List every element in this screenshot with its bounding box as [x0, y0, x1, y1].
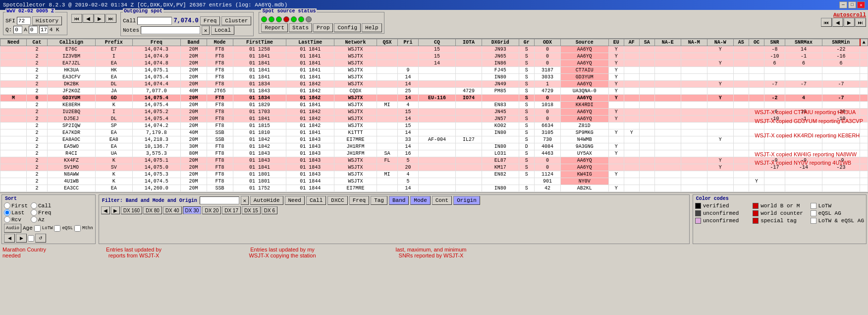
history-btn[interactable]: History	[32, 16, 62, 25]
table-row[interactable]: 2KX4FZK14,075.120MFT801 184301 1843WSJTX…	[0, 157, 868, 164]
cluster-btn[interactable]: Cluster	[221, 16, 251, 25]
table-row[interactable]: 2N8AWWK14,075.320MFT801 180101 1843WSJTX…	[0, 171, 868, 178]
table-row[interactable]: M0GD3YUMGD14,075.420MFT801 183401 1842WS…	[0, 95, 868, 102]
maximize-btn[interactable]: □	[848, 1, 856, 8]
table-row[interactable]: 2SV1MOSV14,075.020MFT801 184101 1843WSJT…	[0, 164, 868, 171]
notes-input[interactable]	[141, 26, 200, 34]
nav-next-btn[interactable]: ▶	[94, 14, 105, 23]
table-row[interactable]: 2SP2IQWSP14,074.220MFT801 181501 1842WSJ…	[0, 123, 868, 129]
dx160-btn[interactable]: DX 160	[121, 206, 142, 214]
sort-freq-radio[interactable]	[31, 209, 37, 216]
table-row[interactable]: 2EA7KDREA7,179.840MSSB01 181001 1841K1TT…	[0, 129, 868, 136]
media-last[interactable]: ⏭	[855, 18, 866, 27]
table-row[interactable]: 2R4CIUA3,575.380MFT801 184301 1843JH1RFM…	[0, 150, 868, 157]
cell-odx: 0	[534, 53, 560, 60]
sort-first-radio[interactable]	[4, 202, 10, 209]
label-lotw: LoTW	[818, 203, 831, 209]
dx40-btn[interactable]: DX 40	[163, 206, 182, 214]
table-row[interactable]: 2EA5WOEA10,136.730MFT801 184201 1843JH1R…	[0, 143, 868, 150]
table-row[interactable]: 2IU2EBQI14,075.220MFT801 170301 1842WSJT…	[0, 109, 868, 116]
config-btn[interactable]: Config	[334, 23, 361, 32]
help-btn[interactable]: Help	[362, 23, 381, 32]
lotw-check[interactable]	[34, 225, 41, 232]
eqsl-check[interactable]	[54, 225, 60, 232]
mode-filter-btn[interactable]: Mode	[410, 196, 430, 205]
cell-naw: Y	[707, 164, 733, 171]
freq-filter-btn[interactable]: Freq	[349, 196, 369, 205]
a-input[interactable]	[29, 26, 38, 34]
dx20-btn[interactable]: DX 20	[202, 206, 221, 214]
cell-af	[624, 102, 639, 109]
minimize-btn[interactable]: ─	[839, 1, 847, 8]
table-row[interactable]: 2IZ3VBMI14,074.920MFT801 184101 1841WSJT…	[0, 53, 868, 60]
filter-title: Filter: Band and Mode and Origin	[101, 198, 198, 203]
media-prev[interactable]: ◀	[832, 18, 843, 27]
filter-clear-btn[interactable]: ✕	[241, 196, 249, 205]
prop-btn[interactable]: Prop	[313, 23, 333, 32]
media-first[interactable]: ⏮	[821, 18, 832, 27]
call-input[interactable]	[137, 17, 172, 25]
dxcc-filter-btn[interactable]: DXCC	[327, 196, 347, 205]
dx80-btn[interactable]: DX 80	[143, 206, 162, 214]
clear-notes-btn[interactable]: ✕	[202, 26, 210, 35]
media-next[interactable]: ▶	[844, 18, 855, 27]
cell-dxgrid: IN86	[482, 60, 519, 67]
table-row[interactable]: 2KE8ERHK14,075.420MFT801 182901 1841WSJT…	[0, 102, 868, 109]
cell-prefix: EA8	[95, 136, 132, 143]
sort-refresh[interactable]: ↺	[35, 234, 46, 243]
need-filter-btn[interactable]: Need	[285, 196, 305, 205]
dx-nav-right[interactable]: ▶	[111, 206, 120, 214]
cell-cq: AF-004	[419, 136, 456, 143]
table-row[interactable]: 2JF2KOZJA7,077.040MJT6501 184301 1842CQD…	[0, 88, 868, 95]
autohide-btn[interactable]: AutoHide	[250, 196, 283, 205]
dx15-btn[interactable]: DX 15	[242, 206, 261, 214]
nav-prev-btn[interactable]: ◀	[83, 14, 94, 23]
table-row[interactable]: 2DJ5EJDL14,075.420MFT801 184101 1842WSJT…	[0, 116, 868, 123]
close-btn[interactable]: ✕	[857, 1, 865, 8]
mthn-check[interactable]	[74, 225, 81, 232]
cell-nam	[681, 136, 707, 143]
origin-filter-btn[interactable]: Origin	[453, 196, 480, 205]
dx6-btn[interactable]: DX 6	[262, 206, 277, 214]
cell-lasttime: 01 1842	[286, 123, 334, 129]
sfi-input[interactable]	[17, 17, 31, 25]
local-btn[interactable]: Local	[211, 26, 234, 35]
table-row[interactable]: 2EA8AOCEA814,218.320MSSB01 184201 1843EI…	[0, 136, 868, 143]
table-row[interactable]: 2EA3CFVEA14,075.420MFT801 184101 1841WSJ…	[0, 74, 868, 81]
cell-iota	[455, 123, 482, 129]
sort-rcv-radio[interactable]	[4, 216, 10, 223]
cell-gr: S	[519, 53, 534, 60]
dx17-btn[interactable]: DX 17	[222, 206, 241, 214]
table-row[interactable]: 2EA3CCEA14,260.020MSSB01 175201 1844EI7M…	[0, 185, 868, 192]
q-input[interactable]	[13, 26, 22, 34]
sort-nav-left[interactable]: ◀	[4, 234, 15, 243]
cell-callsign: JF2KOZ	[48, 88, 96, 95]
sort-az-radio[interactable]	[31, 216, 37, 223]
band-filter-btn[interactable]: Band	[389, 196, 409, 205]
report-btn[interactable]: Report	[261, 23, 288, 32]
call-filter-btn[interactable]: Call	[306, 196, 326, 205]
cell-mode: FT8	[207, 150, 233, 157]
stats-btn[interactable]: Stats	[289, 23, 312, 32]
sort-nav-right[interactable]: ▶	[16, 234, 27, 243]
sort-last-radio[interactable]	[4, 209, 10, 216]
tag-filter-btn[interactable]: Tag	[371, 196, 387, 205]
nav-last-btn[interactable]: ⏭	[106, 14, 116, 23]
freq-btn[interactable]: Freq	[200, 16, 220, 25]
nav-first-btn[interactable]: ⏮	[71, 14, 82, 23]
table-row[interactable]: 24U1WBK14,074.520MFT801 180101 1844WSJTX…	[0, 178, 868, 185]
table-row[interactable]: 2HK3UAHK14,075.120MFT801 184101 1841WSJT…	[0, 67, 868, 74]
k-input[interactable]	[39, 26, 48, 34]
cont-filter-btn[interactable]: Cont	[432, 196, 452, 205]
sort-check[interactable]	[28, 235, 34, 242]
sort-call-radio[interactable]	[31, 202, 37, 209]
filter-input[interactable]	[200, 196, 239, 204]
audio-btn[interactable]: Audio	[4, 224, 21, 233]
dx-nav-left[interactable]: ◀	[101, 206, 110, 214]
cell-nam	[681, 185, 707, 192]
table-row[interactable]: 2DK2BKDL14,074.420MFT801 183401 1842WSJT…	[0, 81, 868, 88]
table-row[interactable]: 2EA7JZLEA14,074.820MFT801 184101 1841WSJ…	[0, 60, 868, 67]
table-row[interactable]: 2E76CE714,074.320MFT801 125801 1841WSJTX…	[0, 46, 868, 53]
dx30-btn[interactable]: DX 30	[183, 206, 202, 214]
cell-band: 20M	[180, 60, 207, 67]
